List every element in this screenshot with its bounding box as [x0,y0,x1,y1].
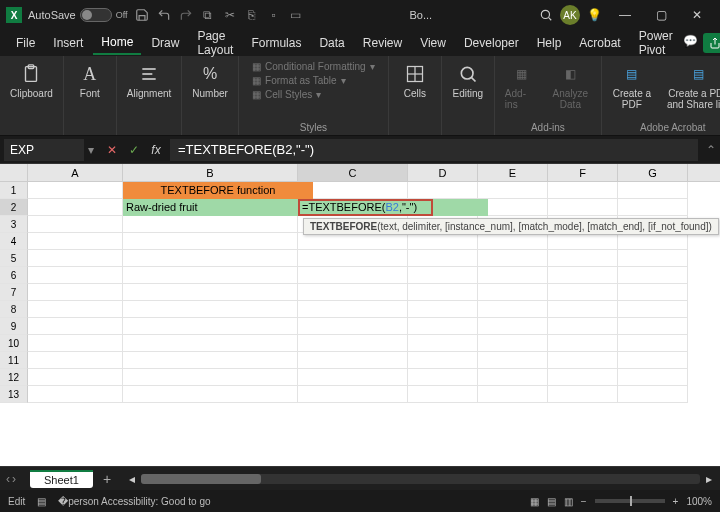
new-icon[interactable]: ▫ [266,7,282,23]
number-button[interactable]: % Number [188,60,232,101]
scroll-right-icon[interactable]: ▸ [706,472,712,486]
col-e[interactable]: E [478,164,548,181]
name-box-dropdown[interactable]: ▾ [84,143,98,157]
create-pdf-share-button[interactable]: ▤ Create a PDF and Share link [660,60,720,112]
ribbon-cells-group: Cells [389,56,442,135]
sheet-tab-1[interactable]: Sheet1 [30,470,93,488]
col-g[interactable]: G [618,164,688,181]
cancel-formula-button[interactable]: ✕ [102,140,122,160]
user-avatar[interactable]: AK [560,5,580,25]
worksheet-grid[interactable]: A B C D E F G 1 2 3 4 5 6 7 8 9 10 11 12… [0,164,720,466]
menu-file[interactable]: File [8,32,43,54]
search-icon[interactable] [538,7,554,23]
col-b[interactable]: B [123,164,298,181]
ribbon: Clipboard A Font Alignment % Number ▦ Co… [0,56,720,136]
select-all-corner[interactable] [0,164,28,181]
expand-formula-bar[interactable]: ⌃ [702,143,720,157]
svg-point-11 [461,67,473,79]
menu-help[interactable]: Help [529,32,570,54]
view-normal-icon[interactable]: ▦ [530,496,539,507]
col-f[interactable]: F [548,164,618,181]
paste-button[interactable]: Clipboard [6,60,57,101]
row-11[interactable]: 11 [0,352,28,369]
menu-view[interactable]: View [412,32,454,54]
row-12[interactable]: 12 [0,369,28,386]
cells-button[interactable]: Cells [395,60,435,101]
share-button[interactable] [703,33,720,53]
font-button[interactable]: A Font [70,60,110,101]
row-6[interactable]: 6 [0,267,28,284]
cell-b2[interactable]: Raw-dried fruit [123,199,298,216]
menu-formulas[interactable]: Formulas [243,32,309,54]
menu-data[interactable]: Data [311,32,352,54]
autosave-control[interactable]: AutoSave Off [28,8,128,22]
title-bar: X AutoSave Off ⧉ ✂ ⎘ ▫ ▭ Bo... AK 💡 — ▢ … [0,0,720,30]
undo-icon[interactable] [156,7,172,23]
enter-formula-button[interactable]: ✓ [124,140,144,160]
prev-sheet-button[interactable]: ‹ [6,472,10,486]
alignment-button[interactable]: Alignment [123,60,175,101]
conditional-formatting-button[interactable]: ▦ Conditional Formatting ▾ [248,60,379,73]
menu-review[interactable]: Review [355,32,410,54]
menu-home[interactable]: Home [93,31,141,55]
ribbon-alignment-group: Alignment [117,56,182,135]
zoom-out-button[interactable]: − [581,496,587,507]
format-as-table-button[interactable]: ▦ Format as Table ▾ [248,74,379,87]
menu-acrobat[interactable]: Acrobat [571,32,628,54]
analyze-data-button[interactable]: ◧ Analyze Data [546,60,595,112]
row-3[interactable]: 3 [0,216,28,233]
formula-input[interactable]: =TEXTBEFORE(B2,"-") [170,139,698,161]
menu-bar: File Insert Home Draw Page Layout Formul… [0,30,720,56]
cut-icon[interactable]: ✂ [222,7,238,23]
col-c[interactable]: C [298,164,408,181]
ribbon-font-group: A Font [64,56,117,135]
close-button[interactable]: ✕ [680,1,714,29]
zoom-slider[interactable] [595,499,665,503]
save-icon[interactable] [134,7,150,23]
col-d[interactable]: D [408,164,478,181]
next-sheet-button[interactable]: › [12,472,16,486]
zoom-level[interactable]: 100% [686,496,712,507]
cell-c2-editing[interactable]: =TEXTBEFORE(B2,"-") [298,199,433,216]
view-pagebreak-icon[interactable]: ▥ [564,496,573,507]
row-2[interactable]: 2 [0,199,28,216]
font-icon: A [78,62,102,86]
autosave-toggle[interactable] [80,8,112,22]
cells-area[interactable]: TEXTBEFORE function Raw-dried fruit =TEX… [28,182,720,403]
row-13[interactable]: 13 [0,386,28,403]
horizontal-scrollbar[interactable]: ◂ ▸ [121,472,720,486]
row-5[interactable]: 5 [0,250,28,267]
ribbon-styles-group: ▦ Conditional Formatting ▾ ▦ Format as T… [239,56,389,135]
row-4[interactable]: 4 [0,233,28,250]
name-box[interactable]: EXP [4,139,84,161]
addins-button[interactable]: ▦ Add-ins [501,60,542,112]
zoom-in-button[interactable]: + [673,496,679,507]
lightbulb-icon[interactable]: 💡 [586,7,602,23]
add-sheet-button[interactable]: + [93,471,121,487]
qat-icon[interactable]: ⧉ [200,7,216,23]
cell-styles-button[interactable]: ▦ Cell Styles ▾ [248,88,379,101]
row-1[interactable]: 1 [0,182,28,199]
menu-draw[interactable]: Draw [143,32,187,54]
fx-button[interactable]: fx [146,140,166,160]
redo-icon[interactable] [178,7,194,23]
workbook-stats-icon[interactable]: ▤ [37,496,46,507]
menu-developer[interactable]: Developer [456,32,527,54]
open-icon[interactable]: ▭ [288,7,304,23]
view-pagelayout-icon[interactable]: ▤ [547,496,556,507]
editing-button[interactable]: Editing [448,60,488,101]
row-9[interactable]: 9 [0,318,28,335]
scroll-left-icon[interactable]: ◂ [129,472,135,486]
copy-icon[interactable]: ⎘ [244,7,260,23]
row-7[interactable]: 7 [0,284,28,301]
row-8[interactable]: 8 [0,301,28,318]
comments-icon[interactable]: 💬 [683,33,699,49]
scroll-thumb[interactable] [141,474,261,484]
menu-insert[interactable]: Insert [45,32,91,54]
cell-b1c1-merged[interactable]: TEXTBEFORE function [123,182,313,199]
percent-icon: % [198,62,222,86]
col-a[interactable]: A [28,164,123,181]
row-10[interactable]: 10 [0,335,28,352]
create-pdf-button[interactable]: ▤ Create a PDF [608,60,656,112]
accessibility-status[interactable]: �person Accessibility: Good to go [58,496,210,507]
